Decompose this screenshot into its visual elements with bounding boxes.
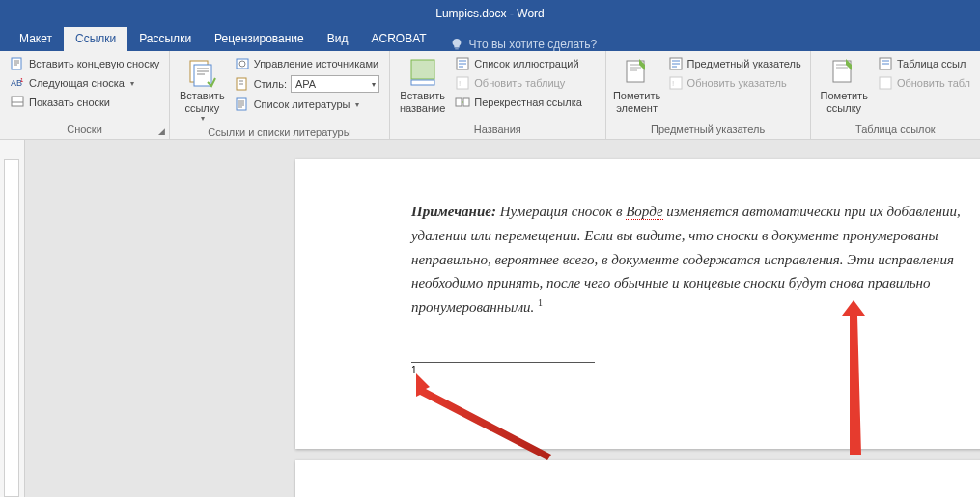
show-notes-icon	[10, 95, 25, 110]
endnote-icon	[10, 56, 25, 71]
svg-text:!: !	[672, 79, 674, 88]
toa-icon	[878, 56, 893, 71]
svg-rect-9	[237, 98, 246, 110]
update-icon: !	[455, 75, 470, 91]
svg-text:!: !	[459, 79, 461, 88]
svg-text:1: 1	[20, 77, 24, 83]
caption-icon	[407, 57, 438, 88]
update-index-button: ! Обновить указатель	[664, 74, 805, 92]
manage-sources-button[interactable]: Управление источниками	[231, 55, 383, 72]
tab-review[interactable]: Рецензирование	[203, 27, 316, 51]
group-index: Пометить элемент Предметный указатель ! …	[606, 51, 811, 139]
show-notes-button[interactable]: Показать сноски	[6, 94, 163, 111]
mark-citation-button[interactable]: Пометить ссылку	[817, 55, 872, 116]
annotation-arrow	[416, 373, 561, 460]
insert-index-button[interactable]: Предметный указатель	[664, 55, 805, 72]
style-icon	[235, 76, 250, 92]
document-area[interactable]: Примечание: Нумерация сносок в Ворде изм…	[25, 140, 980, 497]
group-captions: Вставить название Список иллюстраций ! О…	[390, 51, 606, 139]
update-table-button: ! Обновить таблицу	[451, 74, 586, 92]
figures-list-icon	[455, 56, 470, 71]
group-label-footnotes: Сноски	[6, 122, 163, 137]
update-index-icon: !	[668, 75, 684, 91]
next-footnote-icon: AB1	[10, 75, 25, 91]
svg-marker-25	[842, 300, 865, 455]
bibliography-button[interactable]: Список литературы▾	[231, 96, 383, 113]
bibliography-icon	[235, 97, 250, 112]
window-title: Lumpics.docx - Word	[435, 7, 544, 20]
title-bar: Lumpics.docx - Word	[0, 0, 980, 27]
vertical-ruler	[0, 140, 25, 497]
footnote-separator	[411, 362, 595, 363]
spelling-error: Ворде	[626, 204, 662, 220]
insert-citation-button[interactable]: Вставить ссылку ▾	[176, 55, 229, 124]
manage-sources-icon	[235, 56, 250, 71]
index-icon	[668, 56, 684, 71]
next-footnote-button[interactable]: AB1 Следующая сноска▾	[6, 74, 163, 92]
document-paragraph[interactable]: Примечание: Нумерация сносок в Ворде изм…	[411, 200, 964, 319]
insert-endnote-button[interactable]: Вставить концевую сноску	[6, 55, 163, 72]
tab-view[interactable]: Вид	[316, 27, 360, 51]
group-toa: Пометить ссылку Таблица ссыл Обновить та…	[811, 51, 980, 139]
insert-toa-button[interactable]: Таблица ссыл	[874, 55, 974, 72]
group-label-index: Предметный указатель	[612, 122, 804, 137]
tab-mailings[interactable]: Рассылки	[127, 27, 203, 51]
style-selector[interactable]: Стиль: APA	[231, 74, 383, 94]
group-citations: Вставить ссылку ▾ Управление источниками…	[170, 51, 390, 139]
update-toa-button: Обновить табл	[874, 74, 974, 92]
tab-layout[interactable]: Макет	[8, 27, 64, 51]
paragraph-lead: Примечание:	[411, 204, 496, 219]
workspace: Примечание: Нумерация сносок в Ворде изм…	[0, 140, 980, 497]
group-label-toa: Таблица ссылок	[817, 122, 974, 137]
document-page-next[interactable]	[295, 460, 980, 497]
cross-reference-button[interactable]: Перекрестная ссылка	[451, 94, 586, 111]
group-footnotes: Вставить концевую сноску AB1 Следующая с…	[0, 51, 170, 139]
list-of-figures-button[interactable]: Список иллюстраций	[451, 55, 586, 72]
svg-rect-23	[880, 77, 891, 89]
mark-entry-icon	[622, 57, 653, 88]
ribbon: Вставить концевую сноску AB1 Следующая с…	[0, 51, 980, 140]
ribbon-tabs: Макет Ссылки Рассылки Рецензирование Вид…	[0, 27, 980, 51]
svg-rect-16	[463, 98, 469, 106]
footnote-text[interactable]: 1	[411, 365, 964, 375]
style-dropdown[interactable]: APA	[291, 75, 379, 93]
svg-rect-10	[411, 60, 434, 79]
mark-entry-button[interactable]: Пометить элемент	[612, 55, 662, 116]
mark-citation-icon	[828, 57, 859, 88]
svg-rect-3	[12, 97, 23, 106]
group-label-citations: Ссылки и списки литературы	[176, 124, 383, 140]
annotation-arrow	[834, 300, 873, 455]
tab-acrobat[interactable]: ACROBAT	[359, 27, 437, 51]
footnotes-launcher-icon[interactable]: ◢	[155, 125, 167, 137]
cross-ref-icon	[455, 95, 470, 110]
document-page[interactable]: Примечание: Нумерация сносок в Ворде изм…	[295, 159, 980, 449]
group-label-captions: Названия	[396, 122, 600, 137]
lightbulb-icon	[450, 38, 463, 51]
update-toa-icon	[878, 75, 893, 91]
insert-caption-button[interactable]: Вставить название	[396, 55, 449, 116]
citation-icon	[186, 57, 217, 88]
svg-marker-24	[416, 373, 551, 460]
tab-references[interactable]: Ссылки	[64, 27, 127, 51]
svg-rect-0	[12, 58, 21, 69]
tell-me-search[interactable]: Что вы хотите сделать?	[438, 38, 598, 51]
svg-rect-15	[456, 98, 462, 106]
svg-rect-11	[411, 80, 434, 85]
footnote-reference[interactable]: 1	[538, 297, 543, 308]
